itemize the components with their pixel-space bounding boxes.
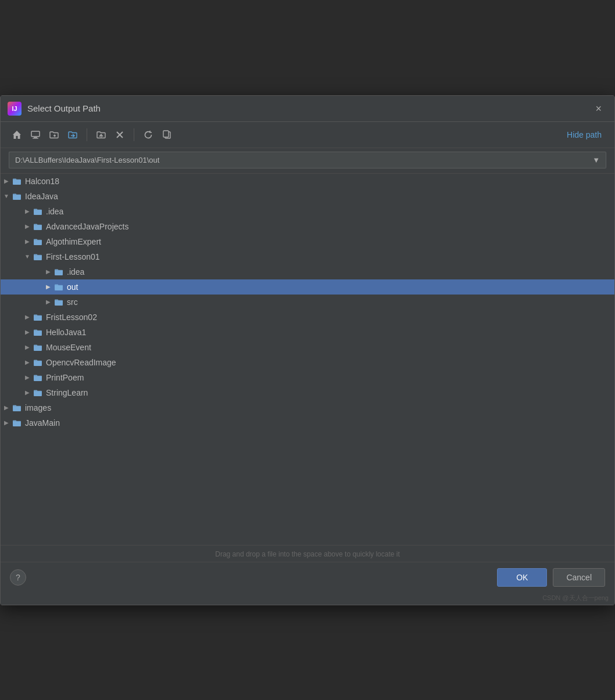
folder-icon [33, 253, 42, 261]
folder-icon [33, 389, 42, 397]
watermark: CSDN @天人合一peng [1, 593, 614, 605]
tree-item-idea[interactable]: ▶ .idea [1, 204, 614, 219]
tree-item-advanced[interactable]: ▶ AdvancedJavaProjects [1, 219, 614, 234]
folder-icon [33, 238, 42, 246]
folder-icon [12, 177, 22, 185]
drag-hint: Drag and drop a file into the space abov… [1, 545, 614, 562]
folder-icon [33, 313, 42, 321]
dialog-title: Select Output Path [27, 103, 101, 113]
tree-item-label: StringLearn [46, 388, 88, 397]
chevron-icon: ▶ [42, 299, 54, 305]
footer-buttons: OK Cancel [497, 568, 605, 587]
home-icon [12, 130, 22, 140]
title-bar-left: IJ Select Output Path [8, 102, 101, 116]
tree-item-images[interactable]: ▶ images [1, 400, 614, 415]
open-folder-button[interactable] [65, 127, 81, 143]
tree-item-first-lesson01[interactable]: ▼ First-Lesson01 [1, 249, 614, 264]
tree-item-label: AlgothimExpert [46, 237, 101, 246]
chevron-icon: ▶ [42, 268, 54, 275]
chevron-icon: ▶ [22, 208, 33, 214]
file-tree[interactable]: ▶ Halcon18▼ IdeaJava▶ .idea▶ AdvancedJav… [1, 173, 614, 545]
folder-icon [54, 268, 63, 276]
tree-item-out[interactable]: ▶ out [1, 279, 614, 295]
tree-item-label: .idea [46, 207, 63, 216]
tree-item-src[interactable]: ▶ src [1, 295, 614, 310]
tree-item-label: IdeaJava [25, 192, 58, 201]
open-folder-icon [67, 130, 78, 140]
svg-rect-2 [33, 138, 38, 138]
tree-item-label: PrintPoem [46, 373, 84, 382]
tree-item-label: AdvancedJavaProjects [46, 222, 128, 231]
chevron-icon: ▶ [22, 238, 33, 245]
chevron-icon: ▶ [22, 389, 33, 396]
chevron-icon: ▶ [22, 314, 33, 320]
tree-item-label: .idea [67, 267, 84, 277]
tree-item-label: MouseEvent [46, 343, 91, 352]
close-button[interactable]: × [592, 102, 605, 115]
path-bar: ▼ [1, 148, 614, 173]
computer-button[interactable] [27, 127, 44, 143]
tree-item-halcon18[interactable]: ▶ Halcon18 [1, 174, 614, 189]
tree-item-label: Halcon18 [25, 177, 59, 186]
dialog: IJ Select Output Path × [0, 95, 615, 605]
copy-button[interactable] [159, 127, 175, 143]
tree-item-javamain[interactable]: ▶ JavaMain [1, 415, 614, 430]
ok-button[interactable]: OK [497, 568, 547, 587]
tree-item-hellojava1[interactable]: ▶ HelloJava1 [1, 325, 614, 340]
chevron-icon: ▼ [22, 253, 33, 260]
path-dropdown-button[interactable]: ▼ [587, 152, 606, 168]
folder-icon [33, 207, 42, 216]
copy-icon [162, 130, 172, 140]
tree-item-label: out [67, 282, 78, 292]
hide-path-button[interactable]: Hide path [562, 128, 606, 142]
up-folder-icon [96, 130, 106, 140]
app-icon: IJ [8, 102, 22, 116]
title-bar: IJ Select Output Path × [1, 96, 614, 122]
tree-item-label: src [67, 297, 78, 307]
refresh-icon [143, 130, 153, 140]
chevron-icon: ▶ [22, 344, 33, 350]
tree-item-label: First-Lesson01 [46, 252, 100, 261]
folder-icon [12, 192, 22, 200]
tree-item-opencvreadimage[interactable]: ▶ OpencvReadImage [1, 355, 614, 370]
folder-icon [33, 328, 42, 336]
svg-rect-0 [31, 131, 40, 137]
chevron-icon: ▶ [22, 329, 33, 335]
tree-item-label: JavaMain [25, 418, 60, 428]
svg-rect-10 [163, 131, 169, 137]
folder-icon [33, 374, 42, 382]
chevron-icon: ▶ [22, 223, 33, 229]
delete-button[interactable] [112, 127, 128, 143]
tree-item-fristlesson02[interactable]: ▶ FristLesson02 [1, 310, 614, 325]
tree-item-ideajava[interactable]: ▼ IdeaJava [1, 189, 614, 204]
tree-item-mouseevent[interactable]: ▶ MouseEvent [1, 340, 614, 355]
folder-icon [12, 404, 22, 412]
folder-icon [54, 283, 63, 291]
tree-item-label: FristLesson02 [46, 313, 97, 322]
separator-2 [134, 128, 134, 141]
home-button[interactable] [9, 127, 25, 143]
chevron-icon: ▶ [1, 178, 12, 184]
tree-item-label: HelloJava1 [46, 328, 86, 337]
up-folder-button[interactable] [93, 127, 109, 143]
folder-icon [12, 419, 22, 427]
tree-item-stringlearn[interactable]: ▶ StringLearn [1, 385, 614, 400]
tree-item-idea2[interactable]: ▶ .idea [1, 264, 614, 279]
svg-rect-1 [34, 137, 37, 138]
chevron-icon: ▶ [22, 374, 33, 380]
path-input[interactable] [9, 152, 587, 168]
new-folder-icon [49, 130, 59, 140]
folder-icon [54, 298, 63, 306]
footer: ? OK Cancel [1, 562, 614, 593]
tree-item-printpoem[interactable]: ▶ PrintPoem [1, 370, 614, 385]
tree-item-algothim[interactable]: ▶ AlgothimExpert [1, 234, 614, 249]
cancel-button[interactable]: Cancel [553, 568, 605, 587]
toolbar: Hide path [1, 122, 614, 148]
refresh-button[interactable] [140, 127, 156, 143]
computer-icon [30, 130, 41, 140]
delete-icon [115, 130, 124, 139]
help-button[interactable]: ? [10, 569, 26, 586]
tree-item-label: images [25, 403, 51, 412]
new-folder-button[interactable] [46, 127, 62, 143]
folder-icon [33, 222, 42, 231]
